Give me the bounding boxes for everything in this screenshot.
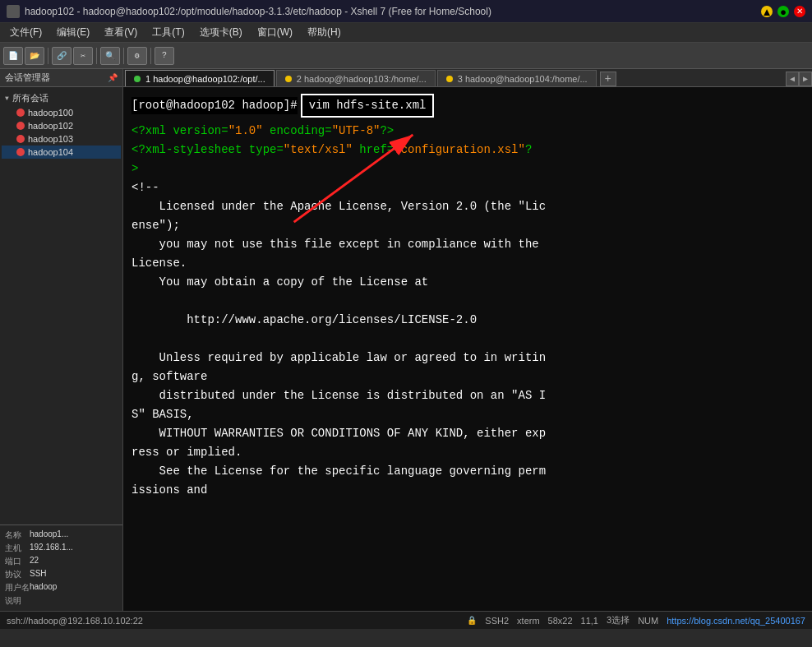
terminal-line-1: <?xml version="1.0" encoding="UTF-8"?> [131, 122, 804, 140]
toolbar-disconnect-btn[interactable]: ✂ [73, 47, 93, 65]
xshell-icon [7, 5, 20, 18]
term-distributed-2: S" BASIS, [131, 408, 194, 421]
sidebar-item-label-hadoop103: hadoop103 [28, 134, 73, 144]
statusbar-left: ssh://hadoop@192.168.10.102:22 [7, 616, 143, 626]
toolbar-connect-btn[interactable]: 🔗 [52, 47, 72, 65]
term-license-5: You may obtain a copy of the License at [131, 275, 428, 289]
sidebar: 会话管理器 📌 ▼ 所有会话 hadoop100 hadoop102 hadoo… [0, 69, 123, 611]
sidebar-status-dot-hadoop104 [16, 148, 25, 156]
menubar: 文件(F) 编辑(E) 查看(V) 工具(T) 选项卡(B) 窗口(W) 帮助(… [0, 23, 812, 43]
tabs-nav-left[interactable]: ◀ [786, 72, 799, 86]
toolbar-sep-1 [48, 48, 48, 64]
menu-file[interactable]: 文件(F) [3, 24, 48, 41]
tab-2-label: 2 hadoop@hadoop103:/home/... [297, 74, 427, 84]
tab-2[interactable]: 2 hadoop@hadoop103:/home/... [276, 70, 436, 86]
sidebar-info-port-value: 22 [30, 556, 118, 567]
term-unless-2: g, software [131, 370, 207, 383]
toolbar-new-btn[interactable]: 📄 [3, 47, 23, 65]
statusbar-connection: ssh://hadoop@192.168.10.102:22 [7, 616, 143, 626]
titlebar: hadoop102 - hadoop@hadoop102:/opt/module… [0, 0, 812, 23]
sidebar-status-dot-hadoop100 [16, 109, 25, 117]
sidebar-item-label-hadoop100: hadoop100 [28, 108, 73, 118]
sidebar-info-host-row: 主机 192.168.1... [3, 542, 119, 555]
sidebar-info-host-value: 192.168.1... [30, 543, 118, 554]
sidebar-item-hadoop100[interactable]: hadoop100 [2, 106, 121, 119]
terminal-line-6: you may not use this file except in comp… [131, 236, 804, 253]
tab-1-dot [134, 76, 141, 82]
terminal-prompt: [root@hadoop102 hadoop]# [131, 97, 298, 114]
statusbar: ssh://hadoop@192.168.10.102:22 🔒 SSH2 xt… [0, 611, 812, 629]
menu-tools[interactable]: 工具(T) [145, 24, 191, 41]
statusbar-right: 🔒 SSH2 xterm 58x22 11,1 3选择 NUM https://… [467, 614, 805, 626]
terminal-line-7: License. [131, 255, 804, 272]
term-url: http://www.apache.org/licenses/LICENSE-2… [131, 313, 477, 326]
toolbar-sep-4 [150, 48, 151, 64]
sidebar-info-desc-row: 说明 [3, 594, 119, 608]
statusbar-position: 11,1 [581, 616, 598, 626]
menu-help[interactable]: 帮助(H) [301, 24, 348, 41]
maximize-button[interactable]: ● [777, 6, 789, 17]
term-unless-1: Unless required by applicable law or agr… [131, 351, 546, 364]
menu-tabs[interactable]: 选项卡(B) [193, 24, 249, 41]
toolbar-search-btn[interactable]: 🔍 [100, 47, 120, 65]
tab-add-button[interactable]: + [600, 72, 616, 86]
sidebar-item-hadoop103[interactable]: hadoop103 [2, 132, 121, 146]
terminal-line-8: You may obtain a copy of the License at [131, 274, 804, 291]
statusbar-url[interactable]: https://blog.csdn.net/qq_25400167 [667, 616, 805, 626]
sidebar-info-proto-value: SSH [30, 569, 118, 580]
sidebar-info-name-label: 名称 [5, 529, 30, 541]
tab-3-label: 3 hadoop@hadoop104:/home/... [458, 74, 588, 84]
sidebar-item-hadoop104[interactable]: hadoop104 [2, 146, 121, 159]
sidebar-status-dot-hadoop102 [16, 122, 25, 130]
toolbar-settings-btn[interactable]: ⚙ [127, 47, 147, 65]
terminal-line-16: issions and [131, 482, 804, 499]
term-see-1: See the License for the specific languag… [131, 464, 546, 478]
toolbar-open-btn[interactable]: 📂 [25, 47, 44, 65]
term-license-4: License. [131, 256, 187, 270]
sidebar-group-label: 所有会话 [12, 92, 48, 104]
menu-view[interactable]: 查看(V) [98, 24, 144, 41]
sidebar-group-all-sessions[interactable]: ▼ 所有会话 [2, 90, 121, 106]
toolbar: 📄 📂 🔗 ✂ 🔍 ⚙ ? [0, 43, 812, 69]
sidebar-header: 会话管理器 📌 [0, 69, 122, 87]
sidebar-info-port-row: 端口 22 [3, 555, 119, 568]
sidebar-header-title: 会话管理器 [5, 72, 50, 84]
sidebar-pin-icon[interactable]: 📌 [108, 73, 118, 83]
titlebar-controls: ▲ ● ✕ [761, 6, 805, 17]
term-license-2: ense"); [131, 219, 180, 232]
sidebar-info-proto-row: 协议 SSH [3, 568, 119, 581]
toolbar-help-btn[interactable]: ? [155, 47, 174, 65]
menu-window[interactable]: 窗口(W) [251, 24, 299, 41]
tab-2-dot [285, 76, 292, 82]
terminal-line-blank-2 [131, 330, 804, 348]
sidebar-info-desc-label: 说明 [5, 595, 30, 607]
statusbar-xterm: xterm [517, 616, 540, 626]
terminal[interactable]: [root@hadoop102 hadoop]# vim hdfs-site.x… [123, 87, 812, 611]
tab-1-label: 1 hadoop@hadoop102:/opt/... [145, 74, 265, 84]
terminal-line-3: > [131, 160, 804, 178]
terminal-line-13: WITHOUT WARRANTIES OR CONDITIONS OF ANY … [131, 425, 804, 442]
terminal-line-blank-1 [131, 293, 804, 310]
menu-edit[interactable]: 编辑(E) [50, 24, 96, 41]
terminal-line-11: distributed under the License is distrib… [131, 387, 804, 404]
tab-1[interactable]: 1 hadoop@hadoop102:/opt/... [125, 70, 275, 86]
tabs-nav-right[interactable]: ▶ [799, 72, 812, 86]
terminal-line-12: S" BASIS, [131, 406, 804, 423]
tab-3[interactable]: 3 hadoop@hadoop104:/home/... [437, 70, 597, 86]
term-without-1: WITHOUT WARRANTIES OR CONDITIONS OF ANY … [131, 427, 546, 440]
sidebar-info-host-label: 主机 [5, 543, 30, 554]
sidebar-status-dot-hadoop103 [16, 135, 25, 143]
lock-icon: 🔒 [467, 616, 477, 625]
term-xml-decl: <?xml version="1.0" encoding="UTF-8"?> [131, 124, 394, 137]
sidebar-item-hadoop102[interactable]: hadoop102 [2, 119, 121, 132]
close-button[interactable]: ✕ [794, 6, 805, 17]
toolbar-sep-3 [123, 48, 124, 64]
sidebar-info-port-label: 端口 [5, 556, 30, 567]
sidebar-info-desc-value [30, 595, 118, 607]
term-xml-close: > [131, 162, 138, 175]
minimize-button[interactable]: ▲ [761, 6, 773, 17]
tab-3-dot [446, 76, 453, 82]
sidebar-expand-icon: ▼ [5, 95, 9, 102]
terminal-line-5: ense"); [131, 217, 804, 234]
term-without-2: ress or implied. [131, 446, 242, 459]
